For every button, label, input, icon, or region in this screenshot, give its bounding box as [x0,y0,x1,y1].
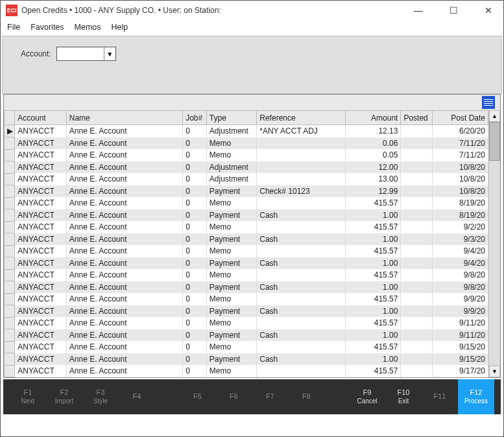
cell-name: Anne E. Account [66,233,182,246]
cell-job: 0 [183,221,207,233]
vertical-scrollbar[interactable]: ▲ ▼ [488,110,500,377]
col-type[interactable]: Type [206,111,256,125]
row-selector[interactable] [5,221,15,233]
close-button[interactable]: ✕ [479,5,498,16]
f1-button[interactable]: F1Next [10,388,46,405]
scroll-down-icon[interactable]: ▼ [489,366,500,377]
table-row[interactable]: ANYACCTAnne E. Account0Adjustment12.0010… [5,161,488,174]
row-selector[interactable] [5,257,15,270]
menu-help[interactable]: Help [112,23,128,32]
col-postdate[interactable]: Post Date [433,111,488,125]
table-row[interactable]: ANYACCTAnne E. Account0Memo415.579/4/20 [5,245,488,257]
menu-favorites[interactable]: Favorites [30,23,64,32]
row-selector[interactable] [5,173,15,185]
table-row[interactable]: ANYACCTAnne E. Account0Adjustment13.0010… [5,173,488,185]
row-selector[interactable] [5,341,15,353]
row-selector[interactable] [5,185,15,198]
cell-reference [257,161,346,174]
f9-cancel-button[interactable]: F9Cancel [349,388,385,405]
table-row[interactable]: ANYACCTAnne E. Account0PaymentCash1.009/… [5,305,488,318]
table-row[interactable]: ANYACCTAnne E. Account0PaymentCash1.009/… [5,377,488,378]
menu-file[interactable]: File [7,23,20,32]
row-selector[interactable] [5,233,15,246]
table-row[interactable]: ANYACCTAnne E. Account0Memo415.579/9/20 [5,293,488,305]
maximize-button[interactable]: ☐ [444,5,463,16]
row-selector[interactable] [5,197,15,209]
cell-type: Adjustment [206,173,256,185]
cell-type: Memo [206,293,256,305]
row-selector[interactable] [5,293,15,305]
col-job[interactable]: Job# [183,111,207,125]
table-row[interactable]: ANYACCTAnne E. Account0PaymentCash1.009/… [5,233,488,246]
scroll-up-icon[interactable]: ▲ [489,110,500,122]
table-row[interactable]: ANYACCTAnne E. Account0PaymentCheck# 101… [5,185,488,198]
cell-posted [401,329,433,342]
table-row[interactable]: ANYACCTAnne E. Account0Memo415.579/2/20 [5,221,488,233]
row-selector[interactable] [5,305,15,318]
scroll-track[interactable] [489,122,500,366]
f8-button[interactable]: F8 [289,392,325,401]
col-name[interactable]: Name [66,111,182,125]
table-row[interactable]: ANYACCTAnne E. Account0Memo0.057/11/20 [5,149,488,161]
f12-process-button[interactable]: F12Process [458,379,494,414]
row-selector[interactable] [5,269,15,281]
row-selector[interactable] [5,245,15,257]
f11-button[interactable]: F11 [422,392,458,401]
col-reference[interactable]: Reference [257,111,346,125]
row-selector[interactable] [5,149,15,161]
table-row[interactable]: ANYACCTAnne E. Account0PaymentCash1.009/… [5,281,488,294]
row-selector[interactable] [5,353,15,366]
cell-postdate: 6/20/20 [433,125,488,137]
f4-button[interactable]: F4 [119,392,155,401]
table-row[interactable]: ANYACCTAnne E. Account0PaymentCash1.009/… [5,353,488,366]
row-selector[interactable] [5,281,15,294]
row-selector[interactable]: ▶ [5,125,15,137]
f3-button[interactable]: F3Style [82,388,119,405]
row-selector[interactable] [5,209,15,222]
cell-amount: 12.00 [345,161,401,174]
scroll-thumb[interactable] [489,122,500,161]
table-row[interactable]: ANYACCTAnne E. Account0Memo415.578/19/20 [5,197,488,209]
cell-name: Anne E. Account [66,173,182,185]
row-selector[interactable] [5,161,15,174]
cell-name: Anne E. Account [66,341,182,353]
cell-name: Anne E. Account [66,293,182,305]
cell-reference [257,269,346,281]
table-row[interactable]: ANYACCTAnne E. Account0Memo415.579/8/20 [5,269,488,281]
f7-button[interactable]: F7 [252,392,289,401]
cell-job: 0 [183,149,207,161]
cell-amount: 415.57 [345,245,401,257]
f10-exit-button[interactable]: F10Exit [385,388,422,405]
table-row[interactable]: ANYACCTAnne E. Account0PaymentCash1.009/… [5,257,488,270]
cell-job: 0 [183,305,207,318]
cell-job: 0 [183,365,207,377]
f6-button[interactable]: F6 [216,392,252,401]
table-row[interactable]: ▶ANYACCTAnne E. Account0Adjustment*ANY A… [5,125,488,137]
table-row[interactable]: ANYACCTAnne E. Account0Memo0.067/11/20 [5,137,488,150]
menu-memos[interactable]: Memos [75,23,101,32]
row-selector[interactable] [5,317,15,329]
table-row[interactable]: ANYACCTAnne E. Account0Memo415.579/11/20 [5,317,488,329]
col-account[interactable]: Account [15,111,66,125]
row-selector[interactable] [5,329,15,342]
row-selector[interactable] [5,137,15,150]
row-selector[interactable] [5,365,15,377]
table-row[interactable]: ANYACCTAnne E. Account0PaymentCash1.008/… [5,209,488,222]
col-amount[interactable]: Amount [345,111,401,125]
table-row[interactable]: ANYACCTAnne E. Account0PaymentCash1.009/… [5,329,488,342]
list-view-icon[interactable] [482,96,495,109]
cell-name: Anne E. Account [66,185,182,198]
cell-job: 0 [183,233,207,246]
minimize-button[interactable]: — [409,5,428,16]
credits-table[interactable]: Account Name Job# Type Reference Amount … [4,110,488,377]
cell-postdate: 10/8/20 [433,185,488,198]
table-row[interactable]: ANYACCTAnne E. Account0Memo415.579/17/20 [5,365,488,377]
f5-button[interactable]: F5 [180,392,216,401]
f2-button[interactable]: F2Import [46,388,82,405]
account-dropdown[interactable]: ▼ [56,47,116,61]
col-posted[interactable]: Posted [401,111,433,125]
cell-reference: Cash [257,257,346,270]
table-row[interactable]: ANYACCTAnne E. Account0Memo415.579/15/20 [5,341,488,353]
toolbar-area: Account: ▼ [2,36,502,94]
row-selector[interactable] [5,377,15,378]
